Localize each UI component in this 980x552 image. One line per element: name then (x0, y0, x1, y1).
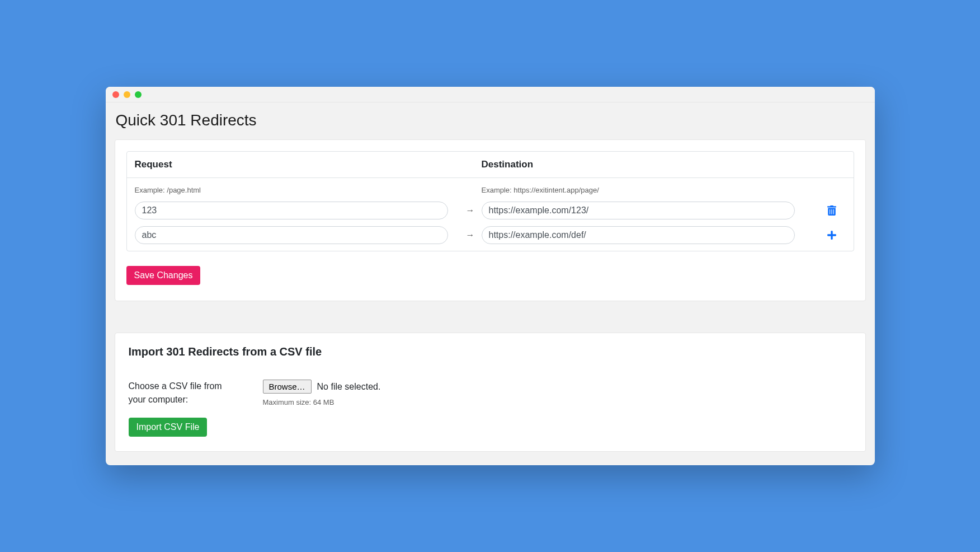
import-panel: Import 301 Redirects from a CSV file Cho… (115, 333, 866, 452)
content-area: Quick 301 Redirects Request Destination (106, 102, 875, 465)
app-window: Quick 301 Redirects Request Destination (106, 87, 875, 465)
redirects-panel: Request Destination Example: /page.html (115, 139, 866, 301)
import-title: Import 301 Redirects from a CSV file (129, 345, 852, 358)
table-header: Request Destination (127, 152, 854, 178)
redirects-table: Request Destination Example: /page.html (126, 151, 854, 251)
table-row: → (127, 198, 854, 223)
header-destination: Destination (482, 159, 534, 170)
destination-input[interactable] (482, 226, 795, 244)
trash-icon[interactable] (827, 205, 837, 216)
file-label: Choose a CSV file from your computer: (129, 380, 241, 406)
hint-destination: Example: https://exitintent.app/page/ (482, 186, 599, 194)
max-size-text: Maximum size: 64 MB (263, 398, 852, 406)
page-title: Quick 301 Redirects (115, 111, 866, 129)
request-input[interactable] (135, 226, 448, 244)
maximize-icon[interactable] (135, 91, 142, 98)
hint-request: Example: /page.html (135, 186, 201, 194)
browse-button[interactable]: Browse… (263, 380, 312, 394)
arrow-icon: → (466, 230, 475, 240)
plus-icon[interactable] (827, 230, 837, 240)
save-button[interactable]: Save Changes (126, 266, 201, 285)
destination-input[interactable] (482, 202, 795, 219)
close-icon[interactable] (112, 91, 119, 98)
arrow-icon: → (466, 205, 475, 215)
hints-row: Example: /page.html Example: https://exi… (127, 178, 854, 198)
titlebar (106, 87, 875, 102)
header-request: Request (135, 159, 172, 170)
minimize-icon[interactable] (124, 91, 130, 98)
import-button[interactable]: Import CSV File (129, 418, 208, 437)
request-input[interactable] (135, 202, 448, 219)
no-file-text: No file selected. (317, 382, 381, 392)
table-row: → (127, 223, 854, 251)
file-row: Choose a CSV file from your computer: Br… (129, 380, 852, 406)
